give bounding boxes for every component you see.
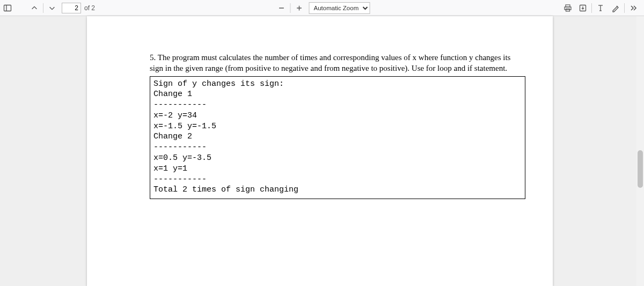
svg-rect-6	[565, 7, 571, 10]
zoom-in-button[interactable]	[292, 1, 307, 15]
pencil-icon	[611, 4, 620, 12]
document-content: 5. The program must calculates the numbe…	[150, 52, 525, 199]
minus-icon	[278, 4, 286, 12]
chevron-up-icon	[31, 4, 38, 12]
plus-icon	[296, 4, 303, 12]
prev-page-button[interactable]	[27, 1, 42, 15]
divider	[43, 3, 43, 13]
sidebar-icon	[3, 4, 12, 12]
more-tools-button[interactable]	[626, 1, 641, 15]
text-select-button[interactable]	[593, 1, 608, 15]
scrollbar-thumb[interactable]	[638, 150, 643, 188]
pdf-page: 5. The program must calculates the numbe…	[87, 16, 553, 286]
zoom-out-button[interactable]	[274, 1, 289, 15]
divider	[290, 3, 291, 13]
toolbar-left-group: of 2	[0, 0, 95, 16]
svg-rect-0	[4, 5, 11, 11]
print-icon	[564, 4, 572, 12]
next-page-button[interactable]	[45, 1, 60, 15]
sidebar-toggle-button[interactable]	[0, 1, 15, 15]
vertical-scrollbar[interactable]	[636, 16, 644, 286]
chevrons-right-icon	[629, 4, 638, 12]
zoom-select[interactable]: Automatic Zoom	[309, 2, 370, 14]
svg-rect-5	[566, 5, 570, 7]
divider	[624, 3, 625, 13]
toolbar-right-group	[560, 0, 641, 16]
code-output-box: Sign of y changes its sign: Change 1 ---…	[150, 76, 525, 200]
toolbar-center-group: Automatic Zoom	[274, 0, 370, 16]
draw-button[interactable]	[608, 1, 623, 15]
text-tool-icon	[596, 4, 605, 12]
page-number-input[interactable]	[62, 3, 81, 13]
pdf-toolbar: of 2 Automatic Zoom	[0, 0, 644, 16]
page-total-label: of 2	[84, 4, 95, 12]
svg-rect-7	[566, 9, 570, 11]
viewer-area: 5. The program must calculates the numbe…	[0, 16, 644, 286]
problem-text: 5. The program must calculates the numbe…	[150, 52, 525, 74]
chevron-down-icon	[48, 4, 56, 12]
divider	[591, 3, 592, 13]
save-icon	[579, 4, 587, 12]
print-button[interactable]	[560, 1, 575, 15]
save-button[interactable]	[575, 1, 590, 15]
